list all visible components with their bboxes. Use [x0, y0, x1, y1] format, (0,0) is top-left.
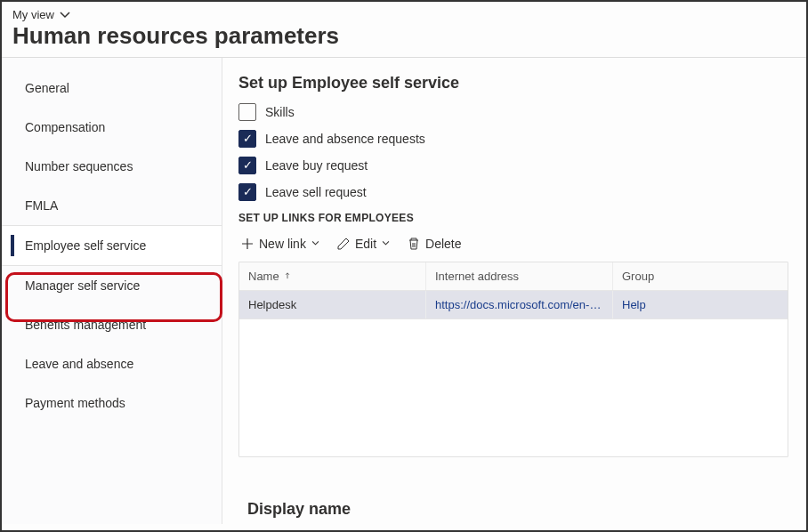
- display-name-section-title: Display name: [247, 500, 351, 519]
- sort-asc-icon: [283, 271, 292, 280]
- column-header-url[interactable]: Internet address: [426, 262, 613, 290]
- new-link-label: New link: [259, 237, 306, 251]
- view-selector[interactable]: My view: [12, 8, 72, 22]
- links-subhead: SET UP LINKS FOR EMPLOYEES: [238, 212, 788, 224]
- sidebar-item-benefits-management[interactable]: Benefits management: [2, 305, 222, 344]
- leave-absence-label: Leave and absence requests: [265, 132, 425, 146]
- leave-buy-checkbox[interactable]: ✓: [238, 157, 256, 174]
- column-label: Group: [622, 270, 654, 283]
- sidebar-item-number-sequences[interactable]: Number sequences: [2, 147, 222, 186]
- plus-icon: [240, 237, 255, 251]
- delete-label: Delete: [425, 237, 461, 251]
- sidebar-item-employee-self-service[interactable]: Employee self service: [2, 225, 222, 266]
- chevron-down-icon: [58, 8, 72, 22]
- column-header-name[interactable]: Name: [239, 262, 426, 290]
- leave-buy-label: Leave buy request: [265, 158, 368, 173]
- sidebar-item-label: Manager self service: [25, 278, 140, 293]
- column-header-group[interactable]: Group: [613, 262, 788, 290]
- sidebar-item-manager-self-service[interactable]: Manager self service: [2, 266, 222, 305]
- sidebar-item-payment-methods[interactable]: Payment methods: [2, 383, 222, 423]
- column-label: Name: [248, 270, 279, 283]
- cell-url[interactable]: https://docs.microsoft.com/en-u...: [426, 291, 613, 318]
- links-table: Name Internet address Group Helpdesk htt…: [238, 262, 788, 457]
- chevron-down-icon: [311, 238, 320, 248]
- sidebar-item-label: General: [25, 81, 69, 95]
- new-link-button[interactable]: New link: [238, 233, 322, 254]
- cell-group[interactable]: Help: [613, 291, 788, 318]
- skills-checkbox[interactable]: [238, 103, 256, 121]
- sidebar: General Compensation Number sequences FM…: [2, 58, 222, 524]
- sidebar-item-label: Benefits management: [25, 318, 146, 332]
- skills-label: Skills: [265, 105, 295, 119]
- delete-button[interactable]: Delete: [405, 233, 463, 254]
- trash-icon: [407, 237, 421, 251]
- sidebar-item-compensation[interactable]: Compensation: [2, 108, 222, 147]
- chevron-down-icon: [381, 238, 391, 248]
- section-title: Set up Employee self service: [238, 74, 788, 93]
- sidebar-item-label: Compensation: [25, 120, 105, 134]
- leave-sell-checkbox[interactable]: ✓: [238, 183, 256, 201]
- sidebar-item-label: Employee self service: [25, 238, 146, 253]
- edit-button[interactable]: Edit: [335, 233, 392, 254]
- cell-name: Helpdesk: [239, 291, 426, 318]
- sidebar-item-leave-and-absence[interactable]: Leave and absence: [2, 344, 222, 383]
- pencil-icon: [336, 237, 351, 251]
- sidebar-item-label: Number sequences: [25, 159, 133, 173]
- leave-sell-label: Leave sell request: [265, 185, 367, 199]
- edit-label: Edit: [355, 237, 376, 251]
- leave-absence-checkbox[interactable]: ✓: [238, 130, 256, 148]
- sidebar-item-label: Leave and absence: [25, 357, 133, 371]
- page-title: Human resources parameters: [12, 22, 796, 50]
- column-label: Internet address: [435, 270, 519, 283]
- view-label: My view: [12, 8, 54, 21]
- sidebar-item-label: FMLA: [25, 198, 58, 213]
- sidebar-item-fmla[interactable]: FMLA: [2, 186, 222, 225]
- table-row[interactable]: Helpdesk https://docs.microsoft.com/en-u…: [239, 291, 788, 319]
- sidebar-item-label: Payment methods: [25, 396, 125, 410]
- sidebar-item-general[interactable]: General: [2, 69, 222, 108]
